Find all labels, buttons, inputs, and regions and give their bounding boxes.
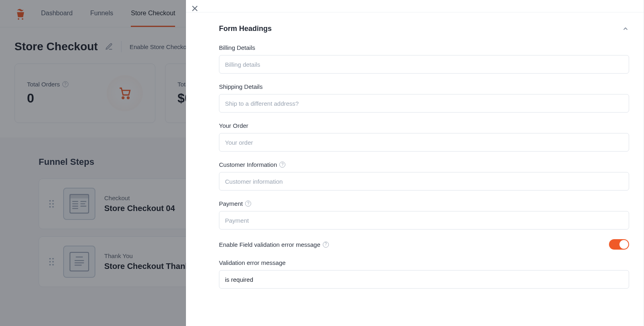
order-input[interactable] <box>219 133 629 152</box>
chevron-up-icon[interactable] <box>622 25 629 33</box>
shipping-input[interactable] <box>219 94 629 113</box>
billing-input[interactable] <box>219 55 629 74</box>
customer-label: Customer Information <box>219 161 277 168</box>
customer-input[interactable] <box>219 172 629 191</box>
payment-input[interactable] <box>219 211 629 230</box>
help-icon[interactable]: ? <box>245 201 251 207</box>
close-icon <box>192 5 198 12</box>
shipping-label: Shipping Details <box>219 83 629 90</box>
validation-msg-input[interactable] <box>219 270 629 289</box>
validation-msg-label: Validation error message <box>219 259 629 266</box>
payment-label: Payment <box>219 200 243 207</box>
section-title: Form Headings <box>219 25 272 33</box>
order-label: Your Order <box>219 122 629 129</box>
help-icon[interactable]: ? <box>323 242 329 248</box>
settings-panel: Form Headings Billing Details Shipping D… <box>186 0 644 326</box>
help-icon[interactable]: ? <box>279 162 285 168</box>
validation-toggle[interactable] <box>609 239 629 250</box>
validation-toggle-label: Enable Field validation error message <box>219 241 320 248</box>
billing-label: Billing Details <box>219 44 629 51</box>
close-button[interactable] <box>186 0 204 17</box>
